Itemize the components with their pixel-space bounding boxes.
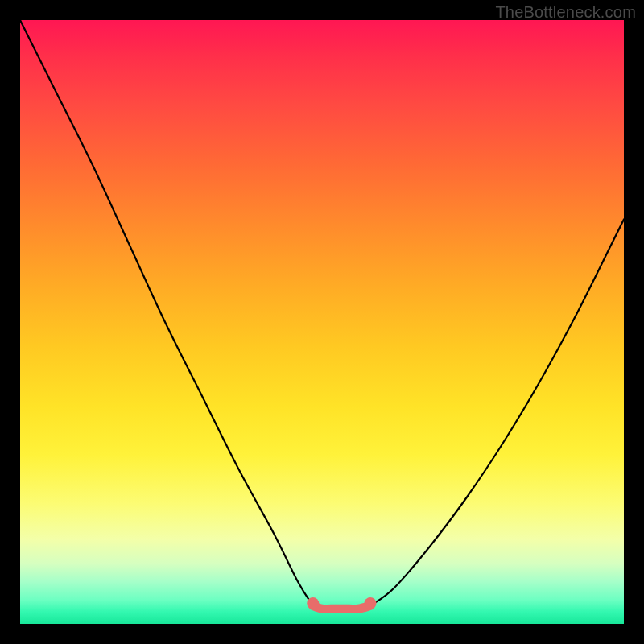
- left-curve: [20, 20, 313, 606]
- right-curve: [370, 220, 624, 606]
- flat-marker-segment: [307, 597, 376, 609]
- chart-frame: TheBottleneck.com: [0, 0, 644, 644]
- plot-area: [20, 20, 624, 624]
- svg-point-1: [365, 597, 377, 609]
- curve-layer: [20, 20, 624, 624]
- svg-point-0: [307, 597, 319, 609]
- watermark-text: TheBottleneck.com: [495, 3, 636, 22]
